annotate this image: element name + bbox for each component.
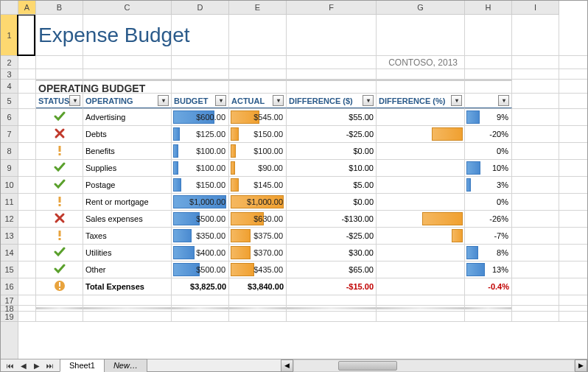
cell[interactable] [172,306,229,311]
cell[interactable] [18,69,36,79]
operating-cell[interactable]: Other [83,262,172,278]
status-cell[interactable] [36,160,83,176]
cell[interactable] [287,69,377,79]
cell[interactable] [465,306,512,311]
actual-cell[interactable]: $100.00 [229,143,287,159]
prev-sheet-button[interactable]: ◀ [17,359,30,372]
cell[interactable] [36,295,83,305]
cell-B1[interactable]: Expense Budget [36,15,83,55]
sheet-tab-new[interactable]: New… [104,359,147,372]
sheet-tab-sheet1[interactable]: Sheet1 [60,359,105,372]
cell[interactable] [287,312,377,321]
header-extra[interactable]: ▾ [465,94,512,108]
grid-body[interactable]: Expense BudgetCONTOSO, 2013OPERATING BUD… [18,15,587,359]
col-header-D[interactable]: D [172,1,229,14]
cell[interactable] [83,15,172,55]
cell[interactable] [83,306,172,311]
cell[interactable] [18,109,36,125]
cell[interactable] [377,312,465,321]
row-header-9[interactable]: 9 [1,160,18,177]
status-cell[interactable] [36,228,83,244]
diff-pct-bar-cell[interactable] [377,143,465,159]
total-diff[interactable]: -$15.00 [287,278,377,295]
filter-dropdown-icon[interactable]: ▾ [215,95,226,106]
actual-cell[interactable]: $545.00 [229,109,287,125]
header-status[interactable]: STATUS▾ [36,94,83,108]
total-label[interactable]: Total Expenses [83,278,172,295]
cell[interactable] [18,278,36,295]
cell[interactable] [229,295,287,305]
row-header-11[interactable]: 11 [1,194,18,211]
total-pct[interactable]: -0.4% [465,278,512,295]
budget-cell[interactable]: $1,000.00 [172,194,229,210]
total-status[interactable] [36,278,83,295]
row-header-2[interactable]: 2 [1,56,18,69]
filter-dropdown-icon[interactable]: ▾ [69,95,80,106]
total-actual[interactable]: $3,840.00 [229,278,287,295]
cell[interactable] [172,56,229,69]
filter-dropdown-icon[interactable]: ▾ [363,95,374,106]
cell[interactable] [377,15,465,55]
row-header-16[interactable]: 16 [1,278,18,295]
col-header-A[interactable]: A [18,1,36,14]
cell[interactable] [512,56,559,69]
cell[interactable] [512,94,559,108]
row-header-8[interactable]: 8 [1,143,18,160]
status-cell[interactable] [36,126,83,142]
cell[interactable]: OPERATING BUDGET [36,80,83,93]
cell[interactable] [18,160,36,176]
operating-cell[interactable]: Utilities [83,245,172,261]
diff-dollar-cell[interactable]: $30.00 [287,245,377,261]
diff-pct-cell[interactable]: 8% [465,245,512,261]
cell[interactable] [287,56,377,69]
diff-pct-bar-cell[interactable] [377,126,465,142]
operating-cell[interactable]: Postage [83,177,172,193]
cell[interactable] [18,143,36,159]
cell[interactable] [512,177,559,193]
row-header-7[interactable]: 7 [1,126,18,143]
actual-cell[interactable]: $90.00 [229,160,287,176]
status-cell[interactable] [36,245,83,261]
cell[interactable] [465,80,512,93]
status-cell[interactable] [36,109,83,125]
filter-dropdown-icon[interactable]: ▾ [498,95,509,106]
cell[interactable] [512,306,559,311]
cell[interactable] [229,306,287,311]
cell[interactable] [512,109,559,125]
horizontal-scrollbar[interactable]: ⏮ ◀ ▶ ⏭ Sheet1 New… ◀ ▶ [1,359,587,371]
first-sheet-button[interactable]: ⏮ [4,359,17,372]
cell[interactable] [512,194,559,210]
diff-pct-bar-cell[interactable] [377,245,465,261]
row-header-18[interactable]: 18 [1,306,18,312]
col-header-F[interactable]: F [287,1,377,14]
budget-cell[interactable]: $350.00 [172,228,229,244]
diff-dollar-cell[interactable]: -$130.00 [287,211,377,227]
cell[interactable] [465,56,512,69]
cell[interactable] [512,69,559,79]
cell[interactable] [512,295,559,305]
budget-cell[interactable]: $600.00 [172,109,229,125]
row-header-15[interactable]: 15 [1,262,18,278]
cell[interactable] [465,15,512,55]
cell[interactable] [465,295,512,305]
actual-cell[interactable]: $150.00 [229,126,287,142]
cell[interactable] [512,15,559,55]
col-header-I[interactable]: I [512,1,559,14]
scroll-track[interactable] [293,359,575,372]
cell[interactable] [512,228,559,244]
cell[interactable] [512,143,559,159]
status-cell[interactable] [36,194,83,210]
diff-dollar-cell[interactable]: $5.00 [287,177,377,193]
cell[interactable] [512,262,559,278]
status-cell[interactable] [36,262,83,278]
budget-cell[interactable]: $500.00 [172,262,229,278]
col-header-E[interactable]: E [229,1,287,14]
diff-pct-bar-cell[interactable] [377,109,465,125]
cell[interactable] [512,312,559,321]
cell[interactable] [36,312,83,321]
row-header-13[interactable]: 13 [1,228,18,245]
cell[interactable] [18,262,36,278]
cell[interactable] [18,94,36,108]
cell[interactable] [18,177,36,193]
row-header-14[interactable]: 14 [1,245,18,262]
